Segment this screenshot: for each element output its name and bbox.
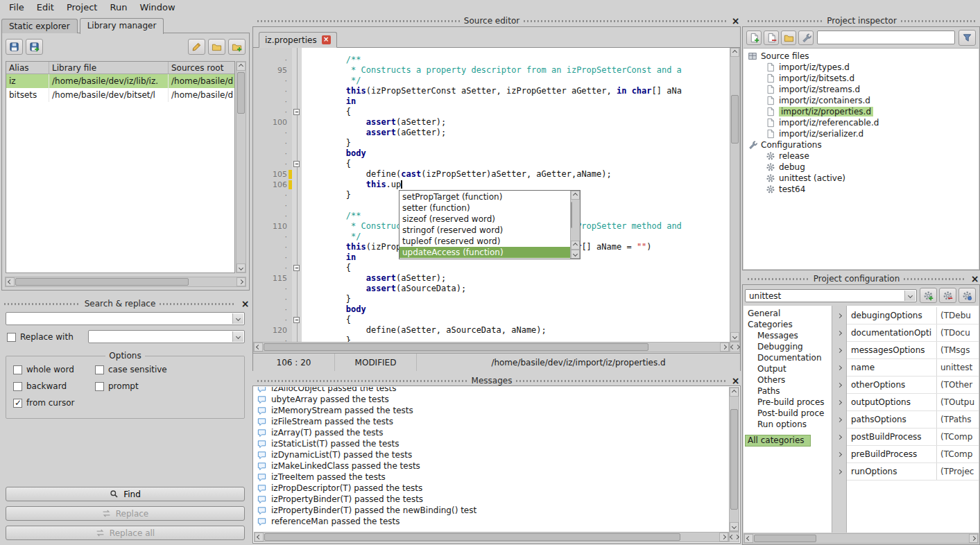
replace-button[interactable]: Replace bbox=[6, 506, 245, 521]
save-add-button[interactable] bbox=[26, 39, 43, 55]
row-expander[interactable] bbox=[832, 325, 846, 342]
row-expander[interactable] bbox=[832, 463, 846, 481]
scrollbar-thumb[interactable] bbox=[264, 343, 648, 351]
code-line[interactable]: · in bbox=[253, 96, 730, 107]
edit-button[interactable] bbox=[188, 39, 205, 55]
row-expander[interactable] bbox=[832, 377, 846, 394]
code-line[interactable]: · } bbox=[253, 294, 730, 304]
option-prompt[interactable]: prompt bbox=[95, 381, 241, 391]
checkbox[interactable] bbox=[95, 365, 104, 374]
scroll-right-icon[interactable] bbox=[719, 533, 728, 542]
wrench-button[interactable] bbox=[798, 31, 814, 45]
code-line[interactable]: · body bbox=[253, 304, 730, 315]
scrollbar-thumb[interactable] bbox=[15, 278, 189, 286]
tree-node[interactable]: Source files bbox=[743, 51, 979, 62]
scroll-left-icon[interactable] bbox=[254, 343, 263, 352]
tab-close-icon[interactable]: × bbox=[322, 35, 331, 44]
replace-with-checkbox[interactable] bbox=[7, 333, 16, 342]
category-item[interactable]: Others bbox=[743, 375, 832, 386]
menu-file[interactable]: File bbox=[3, 1, 31, 14]
fold-gutter[interactable] bbox=[292, 315, 302, 325]
scroll-left-icon[interactable] bbox=[6, 277, 15, 286]
row-expander[interactable] bbox=[832, 394, 846, 411]
fold-gutter[interactable] bbox=[292, 263, 302, 273]
message-item[interactable]: izPropertyBinder(T) passed the newBindin… bbox=[254, 505, 729, 516]
message-item[interactable]: ubyteArray passed the tests bbox=[254, 394, 729, 405]
category-item[interactable]: Categories bbox=[743, 320, 832, 331]
vertical-scrollbar[interactable] bbox=[729, 387, 739, 532]
editor-tab-iz-properties[interactable]: iz.properties × bbox=[259, 32, 337, 48]
code-line[interactable]: · /** bbox=[253, 55, 730, 65]
checkbox[interactable] bbox=[13, 399, 22, 408]
scroll-up-icon[interactable] bbox=[730, 388, 739, 397]
completion-item[interactable]: setter (function) bbox=[399, 202, 570, 214]
code-line[interactable]: · { bbox=[253, 315, 730, 325]
message-item[interactable]: izMakeLinkedClass passed the tests bbox=[254, 460, 729, 472]
tree-node[interactable]: import/iz/containers.d bbox=[743, 95, 979, 106]
code-line[interactable]: · { bbox=[253, 107, 730, 117]
property-row[interactable]: documentationOpti(TDocu bbox=[847, 325, 979, 342]
message-item[interactable]: izStaticList(T) passed the tests bbox=[254, 438, 729, 449]
tab-static-explorer[interactable]: Static explorer bbox=[1, 19, 78, 33]
scroll-up-icon[interactable] bbox=[571, 191, 580, 200]
tree-node[interactable]: import/iz/serializer.d bbox=[743, 128, 979, 139]
close-icon[interactable]: × bbox=[240, 299, 250, 309]
scrollbar-corner[interactable] bbox=[729, 532, 739, 542]
column-header[interactable]: Sources root bbox=[169, 62, 235, 73]
chevron-down-icon[interactable] bbox=[232, 313, 243, 324]
tree-node[interactable]: release bbox=[743, 150, 979, 162]
category-item[interactable]: Output bbox=[743, 364, 832, 375]
property-row[interactable]: debugingOptions(TDebu bbox=[847, 307, 979, 325]
option-case-sensitive[interactable]: case sensitive bbox=[95, 365, 241, 374]
row-expander[interactable] bbox=[832, 411, 846, 429]
property-row[interactable]: pathsOptions(TPaths bbox=[847, 411, 979, 429]
code-line[interactable]: · this(izPropSetterConst aSetter, izProp… bbox=[253, 86, 730, 96]
code-line[interactable]: · assert(aGetter); bbox=[253, 128, 730, 138]
message-item[interactable]: referenceMan passed the tests bbox=[254, 516, 729, 527]
message-item[interactable]: izAllocObject passed the tests bbox=[254, 387, 729, 394]
completion-scrollbar[interactable] bbox=[570, 191, 580, 259]
property-row[interactable]: messagesOptions(TMsgs bbox=[847, 342, 979, 359]
horizontal-scrollbar[interactable] bbox=[743, 533, 979, 544]
category-item[interactable]: Run options bbox=[743, 419, 832, 431]
property-row[interactable]: nameunittest bbox=[847, 359, 979, 377]
table-row[interactable]: iz/home/basile/dev/iz/lib/iz./home/basil… bbox=[6, 74, 234, 88]
completion-item[interactable]: sizeof (reserved word) bbox=[399, 214, 570, 225]
completion-item[interactable]: stringof (reserved word) bbox=[399, 225, 570, 236]
code-line[interactable]: · { bbox=[253, 159, 730, 169]
property-row[interactable]: postBuildProcess(TComp bbox=[847, 429, 979, 446]
checkbox[interactable] bbox=[13, 382, 22, 391]
code-line[interactable]: · } bbox=[253, 138, 730, 148]
filter-button[interactable] bbox=[958, 30, 976, 46]
option-whole-word[interactable]: whole word bbox=[13, 365, 95, 374]
scrollbar-thumb[interactable] bbox=[264, 533, 680, 541]
close-icon[interactable]: × bbox=[730, 376, 741, 386]
row-expander[interactable] bbox=[832, 446, 846, 463]
code-line[interactable]: · } bbox=[253, 336, 730, 342]
horizontal-scrollbar[interactable] bbox=[5, 277, 246, 287]
message-item[interactable]: izTreeItem passed the tests bbox=[254, 472, 729, 483]
completion-item[interactable]: setPropTarget (function) bbox=[399, 191, 570, 202]
category-item[interactable]: Documentation bbox=[743, 353, 832, 364]
tree-node[interactable]: import/iz/bitsets.d bbox=[743, 73, 979, 84]
code-line[interactable]: · assert(aSourceData); bbox=[253, 284, 730, 294]
row-expander[interactable] bbox=[832, 429, 846, 446]
code-line[interactable]: 100 assert(aSetter); bbox=[253, 117, 730, 128]
gear-sync-button[interactable] bbox=[958, 288, 976, 303]
category-item[interactable]: General bbox=[743, 309, 832, 320]
column-header[interactable]: Library file bbox=[49, 62, 169, 73]
code-line[interactable]: · body bbox=[253, 148, 730, 159]
menu-project[interactable]: Project bbox=[60, 1, 103, 14]
folder-button[interactable] bbox=[208, 39, 225, 55]
chevron-down-icon[interactable] bbox=[904, 291, 915, 301]
scroll-down-icon[interactable] bbox=[237, 263, 246, 272]
doc-add-button[interactable] bbox=[746, 31, 762, 45]
code-line[interactable]: 106 this.up bbox=[253, 180, 730, 190]
row-expander[interactable] bbox=[832, 307, 846, 325]
row-expander[interactable] bbox=[832, 359, 846, 377]
configuration-select[interactable]: unittest bbox=[745, 289, 917, 302]
gear-remove-button[interactable] bbox=[939, 288, 956, 303]
scrollbar-thumb[interactable] bbox=[571, 202, 572, 228]
chevron-down-icon[interactable] bbox=[232, 331, 243, 342]
category-item[interactable]: Messages bbox=[743, 331, 832, 342]
